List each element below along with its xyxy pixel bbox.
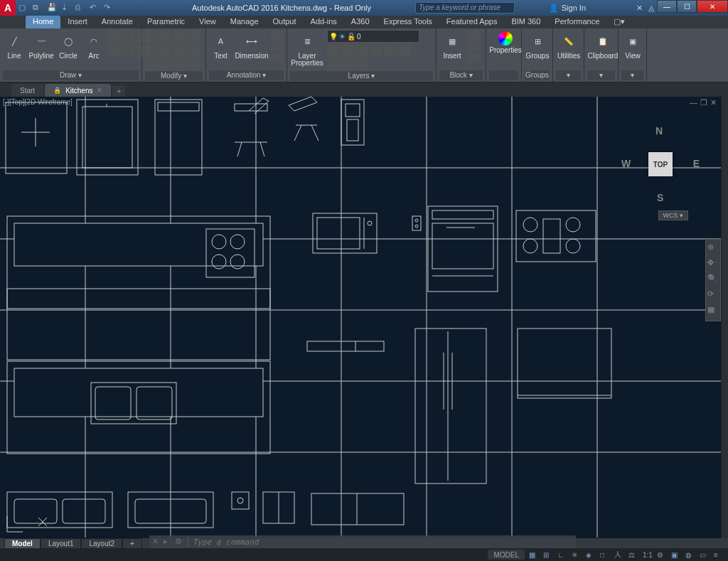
signin-button[interactable]: 👤Sign In [549, 4, 586, 13]
panel-title-annotation[interactable]: Annotation ▾ [209, 70, 284, 80]
tab-bim360[interactable]: BIM 360 [504, 16, 547, 28]
workspicon[interactable]: ▣ [671, 550, 681, 560]
insert-button[interactable]: ▦Insert [439, 30, 465, 61]
viewcube-s[interactable]: S [657, 192, 663, 203]
tab-output[interactable]: Output [266, 16, 304, 28]
filetab-start[interactable]: Start [11, 84, 43, 97]
close-button[interactable]: ✕ [697, 0, 728, 13]
osnap-icon[interactable]: □ [600, 550, 610, 560]
viewcube-face[interactable]: TOP [648, 152, 673, 176]
panel-title-view[interactable]: ▾ [621, 70, 643, 80]
viewcube-n[interactable]: N [655, 125, 663, 137]
nav-orbit-icon[interactable]: ⟳ [707, 289, 719, 302]
properties-button[interactable]: Properties [489, 30, 522, 55]
file-tabs: Start 🔒Kitchens✕ + [0, 82, 728, 97]
ortho-icon[interactable]: ∟ [557, 550, 567, 560]
tab-annotate[interactable]: Annotate [95, 16, 140, 28]
panel-title-utilities[interactable]: ▾ [556, 70, 581, 80]
viewcube-e[interactable]: E [693, 158, 700, 169]
panel-clipboard: 📋Clipboard ▾ [584, 28, 619, 82]
filetab-active[interactable]: 🔒Kitchens✕ [45, 84, 111, 97]
svg-line-26 [311, 125, 318, 141]
undo-icon[interactable]: ↶ [90, 3, 100, 13]
anno-icon[interactable]: 人 [614, 550, 624, 560]
panel-title-block[interactable]: Block ▾ [439, 70, 483, 80]
dimension-button[interactable]: ⟷Dimension [235, 30, 268, 61]
line-button[interactable]: ╱Line [3, 30, 26, 61]
tab-insert[interactable]: Insert [60, 16, 95, 28]
grid-icon[interactable]: ▦ [529, 550, 539, 560]
exchange-icon[interactable]: ✕ [636, 4, 643, 13]
layer-tools[interactable] [327, 44, 419, 71]
layer-combo[interactable]: 💡☀🔓0 [327, 30, 419, 43]
tab-a360[interactable]: A360 [344, 16, 377, 28]
command-line[interactable]: ✕▸⚙ [149, 535, 576, 548]
save-icon[interactable]: 💾 [47, 3, 57, 13]
drawing-canvas[interactable]: [-][Top][2D Wireframe] —❐✕ [0, 97, 721, 538]
snap-icon[interactable]: ⊞ [543, 550, 553, 560]
minimize-button[interactable]: — [657, 0, 677, 13]
nav-show-icon[interactable]: ▦ [707, 305, 719, 318]
add-tab-button[interactable]: + [112, 85, 125, 97]
panel-title-draw[interactable]: Draw ▾ [3, 70, 139, 80]
tab-manage[interactable]: Manage [223, 16, 266, 28]
redo-icon[interactable]: ↷ [104, 3, 114, 13]
nav-wheel-icon[interactable]: ⊚ [707, 242, 719, 255]
arc-button[interactable]: ◠Arc [82, 30, 105, 61]
status-model[interactable]: MODEL [488, 550, 525, 560]
open-icon[interactable]: ⧉ [33, 3, 43, 13]
panel-title-clipboard[interactable]: ▾ [587, 70, 615, 80]
utilities-button[interactable]: 📏Utilities [556, 30, 582, 61]
cmd-recent-icon[interactable]: ▸ [164, 537, 173, 547]
polar-icon[interactable]: ✳ [572, 550, 582, 560]
clean-icon[interactable]: ▭ [700, 550, 710, 560]
view-icon: ▣ [623, 31, 643, 51]
scale-label[interactable]: 1:1 [643, 550, 653, 560]
panel-title-groups[interactable]: Groups [525, 70, 550, 80]
panel-title-layers[interactable]: Layers ▾ [290, 71, 433, 81]
modify-tools[interactable] [145, 30, 200, 71]
ribbon-collapse[interactable]: ▢▾ [606, 16, 632, 28]
tab-performance[interactable]: Performance [547, 16, 606, 28]
wcs-badge[interactable]: WCS ▾ [658, 210, 689, 220]
maximize-button[interactable]: ☐ [677, 0, 697, 13]
polyline-icon: 〰 [31, 31, 51, 51]
new-icon[interactable]: ▢ [18, 3, 28, 13]
layer-properties-button[interactable]: ≣Layer Properties [290, 30, 324, 68]
a360-icon[interactable]: ◬ [648, 4, 654, 13]
viewcube[interactable]: N S E W TOP [621, 125, 700, 203]
nav-pan-icon[interactable]: ✥ [707, 258, 719, 271]
text-button[interactable]: AText [209, 30, 232, 61]
gear-icon[interactable]: ⚙ [657, 550, 667, 560]
iso-icon[interactable]: ◈ [586, 550, 596, 560]
svg-rect-12 [6, 102, 67, 173]
tab-view[interactable]: View [192, 16, 223, 28]
tab-home[interactable]: Home [26, 16, 60, 28]
panel-title-properties[interactable] [489, 70, 518, 80]
cmd-setting-icon[interactable]: ⚙ [175, 537, 185, 547]
command-input[interactable] [188, 538, 576, 547]
tab-express[interactable]: Express Tools [377, 16, 439, 28]
app-scrollbar[interactable] [721, 97, 728, 538]
tab-parametric[interactable]: Parametric [140, 16, 192, 28]
tab-featured[interactable]: Featured Apps [439, 16, 505, 28]
circle-button[interactable]: ◯Circle [57, 30, 80, 61]
nav-zoom-icon[interactable]: 🔍 [707, 274, 719, 287]
groups-button[interactable]: ⊞Groups [525, 30, 550, 61]
anno2-icon[interactable]: ⚖ [628, 550, 638, 560]
cmd-close-icon[interactable]: ✕ [152, 537, 162, 547]
help-search[interactable]: Type a keyword or phrase [415, 2, 515, 14]
viewcube-w[interactable]: W [621, 158, 631, 169]
panel-title-modify[interactable]: Modify ▾ [145, 71, 203, 81]
clipboard-button[interactable]: 📋Clipboard [587, 30, 619, 61]
plot-icon[interactable]: ⎙ [75, 3, 85, 13]
view-button[interactable]: ▣View [621, 30, 644, 61]
polyline-button[interactable]: 〰Polyline [28, 30, 54, 61]
saveas-icon[interactable]: ⇣ [61, 3, 71, 13]
custom-icon[interactable]: ≡ [714, 550, 724, 560]
tab-addins[interactable]: Add-ins [304, 16, 344, 28]
app-menu-button[interactable]: A [0, 0, 16, 16]
close-tab-icon[interactable]: ✕ [97, 87, 102, 94]
hw-icon[interactable]: ◍ [685, 550, 695, 560]
navigation-bar[interactable]: ⊚ ✥ 🔍 ⟳ ▦ [705, 239, 721, 321]
